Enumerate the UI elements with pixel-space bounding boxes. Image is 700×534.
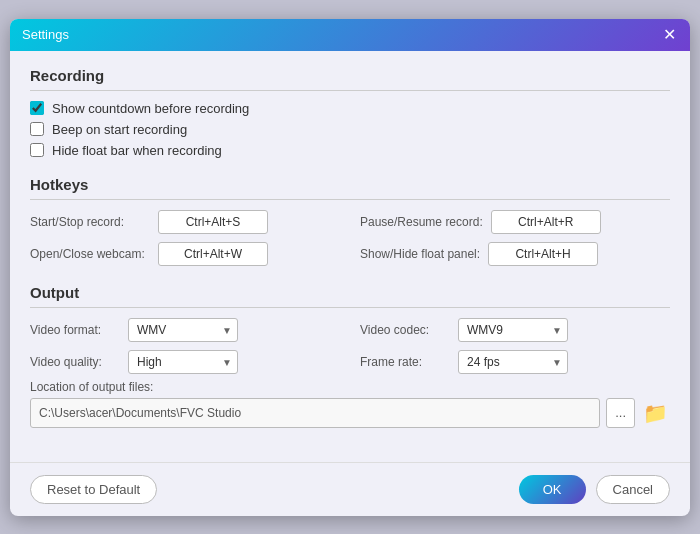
hotkey-row-4: Show/Hide float panel: xyxy=(360,242,670,266)
hotkey-label-3: Open/Close webcam: xyxy=(30,247,150,261)
hotkey-input-2[interactable] xyxy=(491,210,601,234)
hotkey-label-4: Show/Hide float panel: xyxy=(360,247,480,261)
show-countdown-checkbox[interactable] xyxy=(30,101,44,115)
show-countdown-label: Show countdown before recording xyxy=(52,101,249,116)
recording-title: Recording xyxy=(30,67,670,91)
video-format-label: Video format: xyxy=(30,323,120,337)
hotkeys-section: Hotkeys Start/Stop record: Pause/Resume … xyxy=(30,176,670,266)
hotkey-label-2: Pause/Resume record: xyxy=(360,215,483,229)
main-content: Recording Show countdown before recordin… xyxy=(10,51,690,462)
frame-rate-wrapper: 24 fps 30 fps 60 fps ▼ xyxy=(458,350,568,374)
location-row: ... 📁 xyxy=(30,398,670,428)
video-codec-wrapper: WMV9 H.264 H.265 ▼ xyxy=(458,318,568,342)
recording-section: Recording Show countdown before recordin… xyxy=(30,67,670,158)
hotkey-input-1[interactable] xyxy=(158,210,268,234)
hotkey-input-4[interactable] xyxy=(488,242,598,266)
hide-float-bar-checkbox[interactable] xyxy=(30,143,44,157)
checkbox-row-1: Show countdown before recording xyxy=(30,101,670,116)
output-grid: Video format: WMV MP4 AVI MOV ▼ Video co… xyxy=(30,318,670,374)
hotkey-input-3[interactable] xyxy=(158,242,268,266)
folder-button[interactable]: 📁 xyxy=(641,398,670,428)
close-button[interactable]: ✕ xyxy=(661,27,678,43)
hide-float-bar-label: Hide float bar when recording xyxy=(52,143,222,158)
settings-window: Settings ✕ Recording Show countdown befo… xyxy=(10,19,690,516)
video-quality-wrapper: High Medium Low ▼ xyxy=(128,350,238,374)
hotkey-row-3: Open/Close webcam: xyxy=(30,242,340,266)
output-title: Output xyxy=(30,284,670,308)
video-format-wrapper: WMV MP4 AVI MOV ▼ xyxy=(128,318,238,342)
checkbox-row-2: Beep on start recording xyxy=(30,122,670,137)
footer: Reset to Default OK Cancel xyxy=(10,462,690,516)
location-input[interactable] xyxy=(30,398,600,428)
video-quality-select[interactable]: High Medium Low xyxy=(128,350,238,374)
footer-right: OK Cancel xyxy=(519,475,670,504)
video-codec-label: Video codec: xyxy=(360,323,450,337)
output-row-3: Video quality: High Medium Low ▼ xyxy=(30,350,340,374)
location-label: Location of output files: xyxy=(30,380,670,394)
video-codec-select[interactable]: WMV9 H.264 H.265 xyxy=(458,318,568,342)
output-section: Output Video format: WMV MP4 AVI MOV ▼ xyxy=(30,284,670,428)
video-format-select[interactable]: WMV MP4 AVI MOV xyxy=(128,318,238,342)
beep-on-recording-checkbox[interactable] xyxy=(30,122,44,136)
video-quality-label: Video quality: xyxy=(30,355,120,369)
output-row-1: Video format: WMV MP4 AVI MOV ▼ xyxy=(30,318,340,342)
hotkey-row-2: Pause/Resume record: xyxy=(360,210,670,234)
frame-rate-select[interactable]: 24 fps 30 fps 60 fps xyxy=(458,350,568,374)
ok-button[interactable]: OK xyxy=(519,475,586,504)
cancel-button[interactable]: Cancel xyxy=(596,475,670,504)
reset-to-default-button[interactable]: Reset to Default xyxy=(30,475,157,504)
output-row-4: Frame rate: 24 fps 30 fps 60 fps ▼ xyxy=(360,350,670,374)
hotkey-label-1: Start/Stop record: xyxy=(30,215,150,229)
beep-on-recording-label: Beep on start recording xyxy=(52,122,187,137)
browse-dots-button[interactable]: ... xyxy=(606,398,635,428)
frame-rate-label: Frame rate: xyxy=(360,355,450,369)
hotkeys-grid: Start/Stop record: Pause/Resume record: … xyxy=(30,210,670,266)
checkbox-row-3: Hide float bar when recording xyxy=(30,143,670,158)
titlebar: Settings ✕ xyxy=(10,19,690,51)
output-row-2: Video codec: WMV9 H.264 H.265 ▼ xyxy=(360,318,670,342)
hotkeys-title: Hotkeys xyxy=(30,176,670,200)
window-title: Settings xyxy=(22,27,69,42)
hotkey-row-1: Start/Stop record: xyxy=(30,210,340,234)
